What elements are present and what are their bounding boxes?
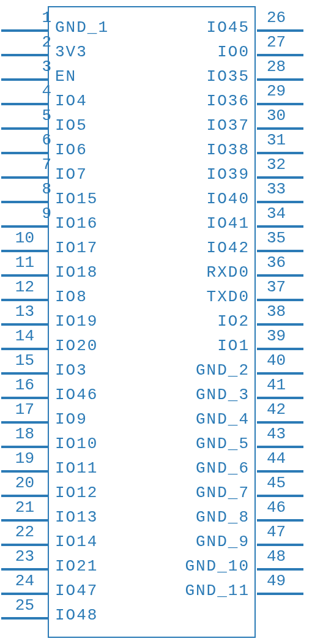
pin-label: IO7 [55, 165, 87, 184]
pin-number: 37 [267, 278, 286, 296]
pin-line [257, 54, 303, 56]
pin-number: 42 [267, 400, 286, 419]
pin-number: 7 [21, 155, 51, 174]
pin-number: 17 [4, 400, 34, 419]
pin-label: GND_2 [196, 361, 250, 380]
pin-number: 23 [4, 547, 34, 566]
pin-line [1, 323, 48, 326]
pin-number: 19 [4, 449, 34, 468]
pin-line [257, 299, 303, 301]
pin-number: 25 [4, 596, 34, 615]
pin-label: GND_10 [185, 557, 250, 575]
pin-line [1, 519, 48, 522]
pin-label: GND_3 [196, 386, 250, 404]
pin-label: IO42 [207, 239, 250, 257]
pin-line [257, 421, 303, 424]
pin-number: 40 [267, 351, 286, 370]
pin-number: 26 [267, 9, 286, 27]
pin-number: 12 [4, 278, 34, 296]
pin-label: 3V3 [55, 43, 87, 61]
pin-line [257, 372, 303, 375]
pin-number: 34 [267, 204, 286, 223]
pin-label: IO37 [207, 116, 250, 135]
pin-label: IO35 [207, 67, 250, 86]
pin-line [257, 152, 303, 154]
pin-label: IO8 [55, 288, 87, 306]
pin-line [1, 348, 48, 350]
pin-label: TXD0 [207, 288, 250, 306]
pin-number: 44 [267, 449, 286, 468]
pin-label: IO13 [55, 508, 98, 526]
pin-line [1, 274, 48, 277]
pin-line [1, 568, 48, 571]
pin-line [257, 519, 303, 522]
pin-number: 4 [21, 82, 51, 100]
pin-line [1, 397, 48, 399]
pin-line [1, 372, 48, 375]
pin-line [257, 544, 303, 546]
pin-line [1, 201, 48, 203]
pin-number: 2 [21, 33, 51, 51]
pin-label: IO46 [55, 386, 98, 404]
pin-number: 35 [267, 229, 286, 247]
pin-label: IO2 [217, 312, 250, 331]
pin-number: 43 [267, 425, 286, 443]
pin-number: 21 [4, 498, 34, 517]
pin-line [257, 103, 303, 105]
pin-label: RXD0 [207, 263, 250, 282]
pin-line [1, 250, 48, 252]
pin-number: 33 [267, 180, 286, 198]
pin-label: IO21 [55, 557, 98, 575]
pin-line [257, 397, 303, 399]
pin-number: 6 [21, 131, 51, 149]
pin-number: 15 [4, 351, 34, 370]
pin-line [257, 250, 303, 252]
pin-label: IO11 [55, 459, 98, 477]
pin-line [1, 54, 48, 56]
pin-label: IO9 [55, 410, 87, 429]
pin-number: 27 [267, 33, 286, 51]
pin-number: 22 [4, 523, 34, 541]
pin-label: IO38 [207, 141, 250, 159]
pin-number: 45 [267, 474, 286, 492]
pin-line [257, 201, 303, 203]
pin-label: GND_11 [185, 582, 250, 600]
pin-label: IO36 [207, 92, 250, 110]
pin-line [257, 495, 303, 497]
pin-number: 1 [21, 9, 51, 27]
pin-number: 29 [267, 82, 286, 100]
pin-number: 13 [4, 302, 34, 321]
pin-label: GND_7 [196, 484, 250, 502]
pin-number: 5 [21, 107, 51, 125]
pin-number: 3 [21, 58, 51, 76]
pin-line [257, 176, 303, 179]
pin-line [1, 593, 48, 595]
pin-label: IO18 [55, 263, 98, 282]
pin-number: 28 [267, 58, 286, 76]
pin-number: 16 [4, 376, 34, 394]
pin-number: 36 [267, 253, 286, 272]
pin-number: 20 [4, 474, 34, 492]
pin-label: IO10 [55, 435, 98, 453]
pin-number: 48 [267, 547, 286, 566]
pin-number: 49 [267, 572, 286, 590]
pin-number: 11 [4, 253, 34, 272]
pin-label: GND_5 [196, 435, 250, 453]
pin-label: IO45 [207, 18, 250, 37]
pin-line [1, 29, 48, 32]
pin-number: 47 [267, 523, 286, 541]
pin-line [1, 446, 48, 448]
pin-label: GND_9 [196, 533, 250, 551]
pin-number: 8 [21, 180, 51, 198]
pin-line [1, 544, 48, 546]
pin-line [257, 323, 303, 326]
pin-line [257, 568, 303, 571]
pin-line [257, 78, 303, 81]
pin-label: IO14 [55, 533, 98, 551]
pin-number: 18 [4, 425, 34, 443]
pin-label: IO6 [55, 141, 87, 159]
pin-label: IO41 [207, 214, 250, 233]
pin-label: IO15 [55, 190, 98, 208]
pin-number: 46 [267, 498, 286, 517]
pin-number: 31 [267, 131, 286, 149]
